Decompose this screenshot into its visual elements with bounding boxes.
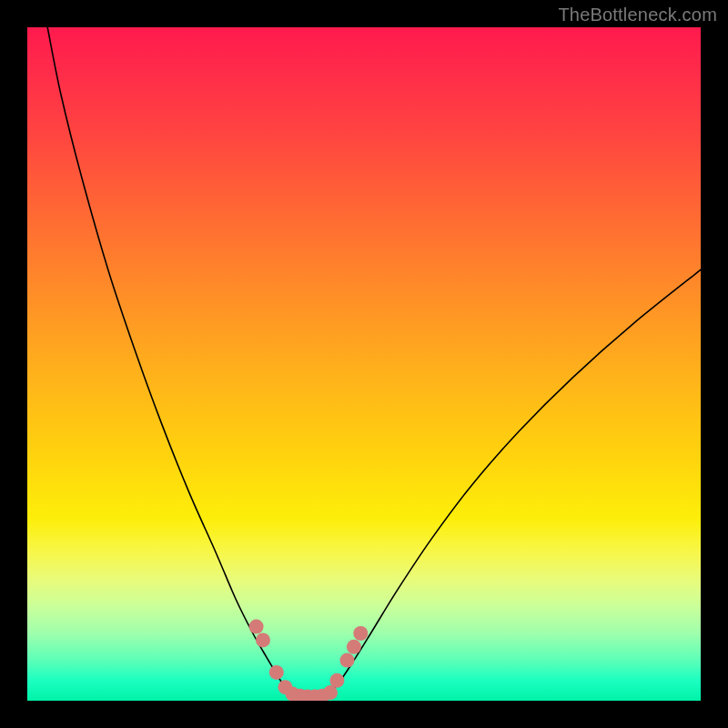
marker-dot [347, 640, 361, 654]
chart-area [27, 27, 701, 701]
marker-dot [256, 632, 270, 647]
marker-dot [269, 665, 284, 680]
marker-dot [249, 620, 264, 634]
marker-group [249, 620, 369, 701]
curve-right [324, 269, 701, 695]
marker-dot [329, 673, 344, 688]
marker-dot [340, 653, 355, 668]
watermark-text: TheBottleneck.com [558, 5, 717, 25]
chart-svg [27, 27, 701, 701]
marker-dot [353, 626, 368, 641]
curve-left [47, 27, 297, 695]
